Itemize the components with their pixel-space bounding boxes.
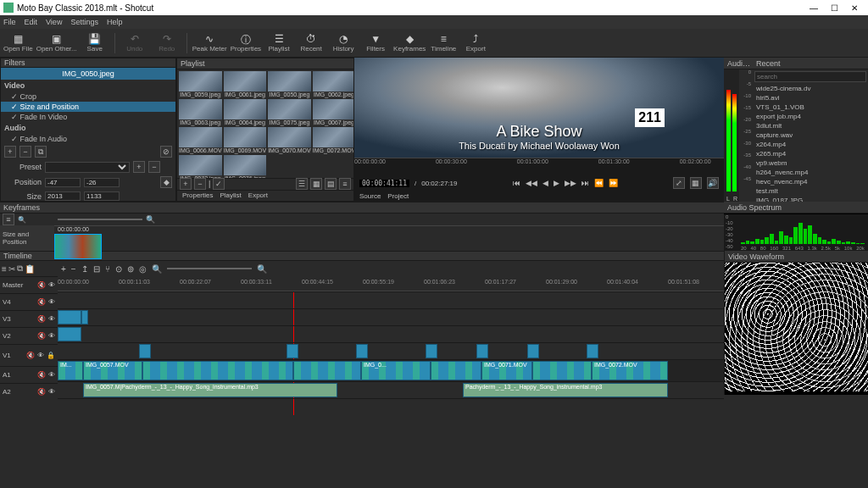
timeline-clip[interactable]: IMG_0071.MOV bbox=[481, 361, 532, 380]
track-head-v3[interactable]: V3🔇👁 bbox=[0, 310, 58, 327]
playlist-add-button[interactable]: + bbox=[180, 178, 192, 190]
transport-button[interactable]: ⏭ bbox=[581, 179, 589, 187]
timeline-clip[interactable]: IM... bbox=[58, 361, 83, 380]
playlist-remove-button[interactable]: − bbox=[194, 178, 206, 190]
playlist-item[interactable]: IMG_0076.jpeg bbox=[224, 155, 267, 177]
timeline-clip[interactable] bbox=[356, 344, 368, 358]
filter-item[interactable]: ✓ Size and Position bbox=[1, 102, 175, 112]
transport-button[interactable]: ◀◀ bbox=[526, 179, 537, 187]
toolbar-open-file-button[interactable]: ▦Open File bbox=[3, 30, 33, 56]
playlist-menu-button[interactable]: ≡ bbox=[339, 178, 351, 190]
timeline-clip[interactable] bbox=[58, 310, 81, 324]
toolbar-export-button[interactable]: ⤴Export bbox=[461, 30, 490, 56]
track-head-master[interactable]: Master🔇👁 bbox=[0, 276, 58, 293]
timeline-clip[interactable]: IMG_0057.MOV bbox=[83, 361, 142, 380]
size-w-input[interactable] bbox=[45, 191, 81, 201]
zoom-in-icon[interactable]: 🔍 bbox=[146, 215, 155, 224]
playlist-view-icons-button[interactable]: ▤ bbox=[325, 178, 337, 190]
position-y-input[interactable] bbox=[84, 178, 120, 187]
playlist-tab[interactable]: Export bbox=[248, 191, 268, 199]
timeline-clip[interactable] bbox=[81, 310, 88, 324]
transport-button[interactable]: ⏪ bbox=[594, 179, 604, 187]
recent-item[interactable]: capture.wav bbox=[753, 130, 868, 140]
timeline-clip[interactable] bbox=[139, 344, 151, 358]
position-x-input[interactable] bbox=[45, 178, 81, 187]
timeline-clip[interactable] bbox=[426, 344, 437, 358]
tl-paste-icon[interactable]: 📋 bbox=[25, 264, 35, 274]
toolbar-open-other--button[interactable]: ▣Open Other... bbox=[36, 30, 77, 56]
transport-button[interactable]: ◀ bbox=[542, 179, 548, 187]
toolbar-keyframes-button[interactable]: ◆Keyframes bbox=[393, 30, 426, 56]
playlist-item[interactable]: IMG_0063.jpeg bbox=[179, 99, 222, 125]
track-v3[interactable] bbox=[58, 325, 724, 342]
timeline-clip[interactable] bbox=[287, 344, 298, 358]
timeline-clip[interactable] bbox=[431, 361, 481, 380]
playlist-view-details-button[interactable]: ☰ bbox=[296, 178, 308, 190]
tl-zoom-in-icon[interactable]: 🔍 bbox=[257, 264, 267, 274]
filter-item[interactable]: ✓ Fade In Video bbox=[1, 112, 175, 122]
track-a2[interactable] bbox=[58, 398, 724, 415]
recent-item[interactable]: x264.mp4 bbox=[753, 140, 868, 149]
menu-edit[interactable]: Edit bbox=[25, 18, 38, 26]
menu-help[interactable]: Help bbox=[107, 18, 123, 26]
recent-item[interactable]: VTS_01_1.VOB bbox=[753, 103, 868, 112]
minimize-button[interactable]: — bbox=[804, 3, 824, 13]
save-preset-button[interactable]: + bbox=[133, 161, 145, 173]
toolbar-undo-button[interactable]: ↶Undo bbox=[120, 30, 149, 56]
preview-volume-button[interactable]: 🔊 bbox=[707, 177, 719, 189]
deselect-filter-button[interactable]: ⊘ bbox=[160, 146, 172, 158]
playlist-item[interactable]: IMG_0069.MOV bbox=[224, 127, 267, 153]
kf-zoom-slider[interactable] bbox=[58, 219, 142, 220]
playlist-item[interactable]: IMG_0066.MOV bbox=[179, 127, 222, 153]
filter-item[interactable]: ✓ Crop bbox=[1, 92, 175, 102]
tl-append-icon[interactable]: + bbox=[61, 264, 66, 274]
playlist-item[interactable]: IMG_0059.jpeg bbox=[179, 71, 222, 97]
menu-settings[interactable]: Settings bbox=[70, 18, 98, 26]
recent-item[interactable]: hevc_nvenc.mp4 bbox=[753, 177, 868, 186]
recent-item[interactable]: test.mlt bbox=[753, 186, 868, 196]
playlist-item[interactable]: IMG_0050.jpeg bbox=[268, 71, 311, 97]
toolbar-save-button[interactable]: 💾Save bbox=[81, 30, 109, 56]
timeline-body[interactable]: + − ↥ ⊟ ⑂ ⊙ ⊚ ◎ 🔍 🔍 00:00:00:0000:00:11:… bbox=[58, 261, 724, 415]
tl-zoom-out-icon[interactable]: 🔍 bbox=[152, 264, 162, 274]
tl-copy-icon[interactable]: ⧉ bbox=[17, 263, 23, 274]
playlist-check-button[interactable]: ✓ bbox=[213, 178, 225, 190]
playlist-item[interactable]: IMG_0073.jpeg bbox=[179, 155, 222, 177]
playlist-view-tiles-button[interactable]: ▦ bbox=[310, 178, 322, 190]
playlist-item[interactable]: IMG_0064.jpeg bbox=[224, 99, 267, 125]
preview-tab[interactable]: Project bbox=[387, 192, 409, 200]
timeline-clip[interactable]: IMG_0072.MOV bbox=[592, 361, 668, 380]
preview-zoom-button[interactable]: ⤢ bbox=[673, 177, 685, 189]
tl-menu-icon[interactable]: ≡ bbox=[2, 264, 7, 274]
toolbar-timeline-button[interactable]: ≡Timeline bbox=[429, 30, 458, 56]
toolbar-filters-button[interactable]: ▼Filters bbox=[361, 30, 390, 56]
tl-remove-icon[interactable]: − bbox=[71, 264, 76, 274]
track-v1[interactable]: IM...IMG_0057.MOVIMG_0...IMG_0071.MOVIMG… bbox=[58, 359, 724, 381]
playlist-item[interactable]: IMG_0062.jpeg bbox=[313, 71, 353, 97]
add-filter-button[interactable]: + bbox=[4, 146, 16, 158]
recent-item[interactable]: vp9.webm bbox=[753, 158, 868, 168]
tl-overwrite-icon[interactable]: ⊟ bbox=[93, 264, 100, 274]
transport-button[interactable]: ▶ bbox=[554, 179, 559, 187]
position-keyframe-button[interactable]: ◆ bbox=[160, 176, 172, 188]
track-v2[interactable] bbox=[58, 342, 724, 359]
track-a1[interactable]: IMG_0057.M|Pachyderm_-_13_-_Happy_Song_i… bbox=[58, 381, 724, 398]
timeline-clip[interactable] bbox=[142, 361, 293, 380]
playlist-item[interactable]: IMG_0070.MOV bbox=[268, 127, 311, 153]
transport-button[interactable]: ⏮ bbox=[513, 179, 520, 187]
playlist-tab[interactable]: Properties bbox=[182, 191, 213, 199]
timeline-clip[interactable] bbox=[527, 344, 539, 358]
track-master[interactable] bbox=[58, 291, 724, 308]
transport-button[interactable]: ⏩ bbox=[609, 179, 618, 187]
preview-video[interactable]: 211 A Bike Show This Ducati by Michael W… bbox=[354, 58, 724, 158]
kf-menu-button[interactable]: ≡ bbox=[3, 214, 14, 225]
recent-item[interactable]: export job.mp4 bbox=[753, 112, 868, 121]
recent-search-input[interactable] bbox=[754, 71, 866, 82]
timeline-clip[interactable] bbox=[58, 327, 81, 341]
kf-clip-thumb[interactable] bbox=[54, 234, 102, 259]
tl-scrub-icon[interactable]: ⊚ bbox=[127, 264, 134, 274]
close-button[interactable]: ✕ bbox=[844, 3, 865, 13]
recent-item[interactable]: h264_nvenc.mp4 bbox=[753, 168, 868, 177]
timeline-clip[interactable] bbox=[293, 361, 361, 380]
timeline-clip[interactable] bbox=[532, 361, 592, 380]
